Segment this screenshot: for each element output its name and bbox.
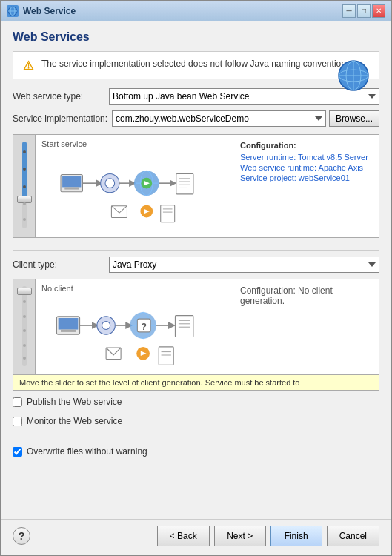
monitor-checkbox-row: Monitor the Web service bbox=[13, 416, 379, 426]
svg-rect-9 bbox=[62, 176, 81, 188]
service-impl-row: Service implementation: com.zhouy.web.we… bbox=[13, 110, 379, 127]
window-controls: ─ □ ✕ bbox=[342, 4, 385, 18]
svg-rect-21 bbox=[176, 174, 193, 194]
maximize-button[interactable]: □ bbox=[357, 4, 371, 18]
overwrite-label: Overwrite files without warning bbox=[27, 446, 147, 457]
service-diagram-area: Start service bbox=[36, 135, 234, 237]
service-diagram-label: Start service bbox=[41, 139, 228, 148]
dialog-content: Web Services ⚠ The service implementatio… bbox=[1, 21, 391, 519]
server-runtime-link[interactable]: Server runtime: Tomcat v8.5 Server bbox=[240, 153, 373, 162]
client-diagram-area: No client bbox=[36, 279, 234, 374]
svg-text:?: ? bbox=[141, 322, 146, 332]
browse-button[interactable]: Browse... bbox=[329, 110, 379, 127]
globe-icon bbox=[336, 58, 371, 93]
footer: ? < Back Next > Finish Cancel bbox=[1, 519, 391, 555]
service-panel: Start service bbox=[13, 134, 379, 238]
section-divider bbox=[13, 250, 379, 251]
service-impl-select[interactable]: com.zhouy.web.webServiceDemo bbox=[112, 110, 326, 127]
finish-button[interactable]: Finish bbox=[270, 526, 322, 546]
close-button[interactable]: ✕ bbox=[372, 4, 385, 18]
service-impl-label: Service implementation: bbox=[13, 113, 109, 124]
svg-rect-33 bbox=[59, 318, 79, 330]
client-slider-area bbox=[13, 279, 36, 374]
help-button[interactable]: ? bbox=[13, 527, 30, 545]
service-slider-area bbox=[13, 135, 36, 237]
window-icon bbox=[7, 5, 19, 17]
monitor-label: Monitor the Web service bbox=[27, 416, 122, 426]
minimize-button[interactable]: ─ bbox=[342, 4, 356, 18]
client-diagram-svg: ? bbox=[41, 296, 228, 370]
client-type-label: Client type: bbox=[13, 259, 109, 270]
overwrite-checkbox-row: Overwrite files without warning bbox=[13, 446, 379, 457]
service-project-link[interactable]: Service project: webService01 bbox=[240, 173, 373, 182]
service-type-label: Web service type: bbox=[13, 91, 109, 102]
publish-checkbox[interactable] bbox=[13, 397, 22, 407]
client-diagram-label: No client bbox=[41, 284, 228, 293]
main-window: Web Service ─ □ ✕ Web Services ⚠ The ser… bbox=[0, 0, 392, 556]
page-title: Web Services bbox=[13, 30, 379, 44]
warning-box: ⚠ The service implementation selected do… bbox=[13, 51, 379, 79]
footer-left: ? bbox=[13, 527, 30, 545]
service-type-row: Web service type: Bottom up Java bean We… bbox=[13, 88, 379, 105]
warning-icon: ⚠ bbox=[21, 58, 36, 73]
svg-rect-10 bbox=[64, 187, 79, 189]
cancel-button[interactable]: Cancel bbox=[327, 526, 379, 546]
client-type-row: Client type: Java Proxy No client bbox=[13, 257, 379, 273]
svg-rect-52 bbox=[159, 347, 173, 365]
overwrite-checkbox[interactable] bbox=[13, 447, 22, 457]
tooltip-bar: Move the slider to set the level of clie… bbox=[13, 375, 379, 391]
svg-rect-45 bbox=[175, 316, 193, 337]
service-config-title: Configuration: bbox=[240, 141, 373, 150]
next-button[interactable]: Next > bbox=[214, 526, 266, 546]
svg-point-13 bbox=[105, 179, 115, 188]
svg-point-37 bbox=[102, 321, 110, 329]
warning-text: The service implementation selected does… bbox=[41, 58, 353, 70]
title-bar: Web Service ─ □ ✕ bbox=[1, 1, 391, 21]
client-config-area: Configuration: No client generation. bbox=[234, 279, 379, 312]
window-title: Web Service bbox=[23, 6, 342, 16]
ws-runtime-link[interactable]: Web service runtime: Apache Axis bbox=[240, 163, 373, 172]
svg-rect-34 bbox=[61, 330, 76, 332]
svg-rect-29 bbox=[161, 205, 175, 222]
back-button[interactable]: < Back bbox=[157, 526, 210, 546]
client-config-text: Configuration: No client generation. bbox=[240, 285, 333, 306]
overwrite-divider bbox=[13, 434, 379, 434]
client-panel: No client bbox=[13, 279, 379, 375]
service-config-area: Configuration: Server runtime: Tomcat v8… bbox=[234, 135, 379, 237]
publish-label: Publish the Web service bbox=[27, 397, 122, 407]
service-diagram-svg bbox=[41, 151, 228, 225]
client-type-select[interactable]: Java Proxy No client bbox=[109, 257, 379, 273]
monitor-checkbox[interactable] bbox=[13, 417, 22, 426]
publish-checkbox-row: Publish the Web service bbox=[13, 397, 379, 407]
tooltip-text: Move the slider to set the level of clie… bbox=[19, 378, 299, 387]
